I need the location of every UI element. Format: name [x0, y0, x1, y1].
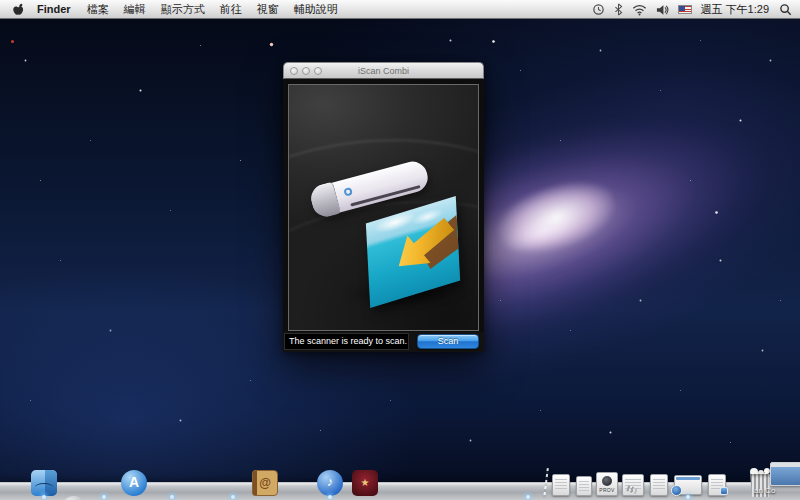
menu-window[interactable]: 視窗 [257, 2, 279, 17]
scanner-status-text: The scanner is ready to scan. [284, 333, 409, 350]
running-indicator [686, 495, 690, 499]
window-title: iScan Combi [358, 66, 409, 76]
input-source-flag-icon[interactable] [678, 5, 692, 14]
menu-app-name[interactable]: Finder [37, 3, 71, 15]
scanner-led-ring [343, 187, 353, 197]
running-indicator [526, 495, 530, 499]
running-indicator [231, 495, 235, 499]
menu-help[interactable]: 輔助說明 [294, 2, 338, 17]
clock-badge-icon [671, 485, 682, 496]
dock-minimized-document[interactable] [552, 474, 570, 496]
window-title-bar-thumb [676, 477, 700, 480]
dock-minimized-window[interactable] [674, 475, 702, 495]
apple-menu-icon[interactable] [13, 3, 25, 16]
dock-icon-finder[interactable] [31, 470, 57, 496]
prov-label: PROV [597, 487, 617, 493]
volume-icon[interactable] [656, 4, 669, 16]
window-status-bar: The scanner is ready to scan. Scan [283, 332, 484, 352]
blue-app-badge-icon [720, 487, 728, 495]
dock-minimized-document-prov[interactable]: PROV [596, 472, 618, 496]
dock-minimized-document[interactable] [708, 474, 726, 496]
wifi-icon[interactable] [632, 4, 647, 16]
menu-edit[interactable]: 編輯 [124, 2, 146, 17]
traffic-lights [290, 67, 322, 75]
zoom-button[interactable] [314, 67, 322, 75]
dock-icon-imovie[interactable]: ★ [352, 470, 378, 496]
dock-icon-app-store[interactable]: A [121, 470, 147, 496]
menu-file[interactable]: 檔案 [87, 2, 109, 17]
menu-go[interactable]: 前往 [220, 2, 242, 17]
dock-minimized-document[interactable] [650, 474, 668, 496]
running-indicator [170, 495, 174, 499]
prov-seal-icon [602, 476, 612, 486]
running-indicator [102, 495, 106, 499]
spotlight-icon[interactable] [779, 3, 792, 16]
iscan-combi-window: iScan Combi The scanner is ready to scan… [283, 62, 484, 352]
time-machine-icon[interactable] [592, 3, 605, 16]
minimize-button[interactable] [302, 67, 310, 75]
desktop: Finder 檔案 編輯 顯示方式 前往 視窗 輔助說明 [0, 0, 800, 500]
menu-bar-status-area: 週五 下午1:29 [592, 0, 800, 19]
menu-view[interactable]: 顯示方式 [161, 2, 205, 17]
window-title-bar[interactable]: iScan Combi [283, 62, 484, 79]
dock: A @ 15 ♪ ★ PROV [0, 466, 800, 500]
scan-button[interactable]: Scan [417, 334, 479, 349]
running-indicator [42, 495, 46, 499]
corner-window-label: an Co [754, 486, 775, 495]
dock-minimized-window-keychain[interactable] [622, 474, 644, 496]
menu-bar-clock[interactable]: 週五 下午1:29 [701, 2, 769, 17]
scanner-preview-panel [288, 84, 479, 331]
menu-bar: Finder 檔案 編輯 顯示方式 前往 視窗 輔助說明 [0, 0, 800, 19]
bluetooth-icon[interactable] [614, 3, 623, 16]
dock-icon-itunes[interactable]: ♪ [317, 470, 343, 496]
desktop-corner-window-thumbnail[interactable] [770, 462, 800, 486]
close-button[interactable] [290, 67, 298, 75]
dock-icon-address-book[interactable]: @ [252, 470, 278, 496]
dock-minimized-document[interactable] [576, 476, 592, 496]
running-indicator [328, 495, 332, 499]
